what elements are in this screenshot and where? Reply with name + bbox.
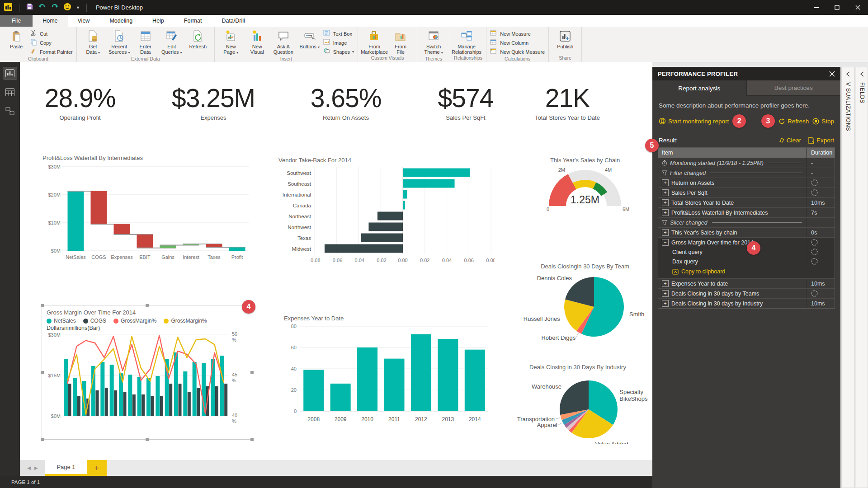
menu-tab-file[interactable]: File	[0, 15, 33, 27]
resize-handle[interactable]	[41, 371, 44, 374]
menu-tab-modeling[interactable]: Modeling	[99, 15, 142, 27]
column-header-item[interactable]: Item	[658, 150, 807, 156]
resize-handle[interactable]	[41, 304, 44, 307]
shapes-button[interactable]: Shapes▾	[323, 48, 354, 56]
redo-icon[interactable]	[51, 3, 59, 12]
menu-tab-help[interactable]: Help	[142, 15, 174, 27]
save-icon[interactable]	[26, 3, 33, 12]
new-visual-button[interactable]: New Visual	[245, 28, 270, 55]
clear-button[interactable]: Clear	[778, 137, 801, 144]
profiler-row[interactable]: Filter changed-	[658, 168, 835, 178]
quick-measure-button[interactable]: New Quick Measure	[490, 48, 545, 56]
profiler-row[interactable]: +Total Stores Year to Date10ms	[658, 197, 835, 207]
tab-report-analysis[interactable]: Report analysis	[652, 80, 746, 96]
minimize-button[interactable]	[806, 0, 826, 15]
maximize-button[interactable]	[826, 0, 847, 15]
profiler-row[interactable]: +Deals Closing in 30 days by Teams	[658, 288, 835, 298]
profiler-row[interactable]: Dax query	[658, 257, 835, 266]
profiler-row[interactable]: +This Year's Sales by chain0s	[658, 227, 835, 237]
fields-strip[interactable]: FIELDS	[856, 67, 868, 488]
undo-icon[interactable]	[38, 3, 46, 12]
from-file-button[interactable]: From File	[388, 28, 413, 55]
new-page-button[interactable]: New Page ▾	[218, 28, 244, 56]
expand-icon[interactable]: +	[662, 179, 669, 186]
menu-tab-format[interactable]: Format	[174, 15, 212, 27]
gauge-chart[interactable]: This Year's Sales by Chain1.25M2M4M06M	[531, 157, 639, 216]
resize-handle[interactable]	[250, 438, 254, 441]
refresh-button[interactable]: Refresh	[778, 118, 809, 125]
paste-button[interactable]: Paste	[4, 28, 29, 49]
buttons-button[interactable]: Buttons ▾	[297, 28, 322, 50]
resize-handle[interactable]	[146, 304, 149, 307]
recent-sources-button[interactable]: Recent Sources ▾	[107, 28, 132, 56]
marketplace-button[interactable]: From Marketplace	[362, 28, 387, 55]
ask-question-button[interactable]: Ask A Question	[271, 28, 296, 55]
profiler-row[interactable]: +Profit&Loss Waterfall By Intermediates7…	[658, 207, 835, 217]
add-page-button[interactable]: +	[87, 460, 107, 476]
new-column-button[interactable]: New Column	[490, 39, 545, 47]
kpi-card-total-stores-year-to-date[interactable]: 21KTotal Stores Year to Date	[500, 84, 635, 121]
resize-handle[interactable]	[146, 438, 149, 441]
profiler-row[interactable]: −Gross Margin Over time for 2014	[658, 238, 835, 247]
stop-button[interactable]: Stop	[812, 118, 834, 125]
column-chart[interactable]: Expenses Year to Date0204060802008200920…	[284, 315, 493, 432]
smiley-icon[interactable]	[63, 3, 71, 13]
collapse-icon[interactable]: −	[662, 239, 669, 246]
start-monitoring-button[interactable]: Start monitoring report	[659, 117, 729, 125]
pie-chart-team[interactable]: Deals Closingin 30 Days By TeamSmithRobe…	[519, 263, 651, 342]
copy-button[interactable]: Copy	[30, 39, 73, 47]
text-box-button[interactable]: Text Box	[323, 30, 354, 38]
pie-chart-industry[interactable]: Deals Closing in 30 Days By IndustrySpec…	[507, 364, 648, 446]
tab-best-practices[interactable]: Best practices	[746, 80, 841, 96]
profiler-row[interactable]: +Return on Assets	[658, 178, 835, 188]
combo-chart[interactable]: Gross Margin Over Time For 2014NetSalesC…	[42, 305, 252, 440]
profiler-row[interactable]: Slicer changed-	[658, 217, 835, 227]
publish-button[interactable]: Publish	[552, 28, 578, 49]
refresh-button[interactable]: Refresh	[185, 28, 211, 49]
menu-tab-home[interactable]: Home	[33, 15, 67, 27]
painter-button[interactable]: Format Painter	[30, 48, 73, 56]
image-button[interactable]: Image	[323, 39, 354, 47]
close-button[interactable]	[847, 0, 868, 15]
page-nav-arrows[interactable]: ◀▶	[20, 460, 45, 476]
column-header-duration[interactable]: Duration	[807, 148, 835, 158]
switch-theme-button[interactable]: Switch Theme ▾	[421, 28, 446, 56]
expand-icon[interactable]: +	[662, 290, 669, 297]
profiler-row[interactable]: Client query	[658, 247, 835, 257]
visualizations-strip[interactable]: VISUALIZATIONS	[841, 67, 855, 488]
enter-data-button[interactable]: Enter Data	[133, 28, 158, 55]
export-button[interactable]: Export	[808, 137, 834, 144]
report-canvas[interactable]: 28.9%Operating Profit$3.25MExpenses3.65%…	[20, 62, 652, 460]
kpi-card-operating-profit[interactable]: 28.9%Operating Profit	[20, 84, 148, 121]
profiler-row[interactable]: +Deals Closing in 30 days by Industry10m…	[658, 298, 835, 308]
data-view-button[interactable]	[3, 86, 17, 98]
menu-tab-view[interactable]: View	[68, 15, 100, 27]
expand-icon[interactable]: +	[662, 280, 669, 287]
quickbar-caret-icon[interactable]: ▼	[76, 5, 80, 10]
tornado-chart[interactable]: Vendor Take-Back For 2014-0.08-0.06-0.04…	[278, 157, 495, 272]
expand-icon[interactable]: +	[662, 209, 669, 216]
profiler-row[interactable]: Monitoring started (11/9/18 - 1:25PM)-	[658, 158, 835, 168]
copy-to-clipboard-button[interactable]: Copy to clipboard	[658, 266, 835, 278]
resize-handle[interactable]	[41, 438, 44, 441]
expand-icon[interactable]: +	[662, 300, 669, 307]
cut-button[interactable]: Cut	[30, 30, 73, 38]
page-tab[interactable]: Page 1	[45, 460, 87, 476]
edit-queries-button[interactable]: Edit Queries ▾	[159, 28, 184, 56]
report-view-button[interactable]	[3, 67, 17, 79]
expand-icon[interactable]: +	[662, 199, 669, 206]
profiler-row[interactable]: +Sales Per Sqft	[658, 188, 835, 197]
expand-icon[interactable]: +	[662, 229, 669, 236]
menu-tab-data-drill[interactable]: Data/Drill	[212, 15, 255, 27]
kpi-card-return-on-assets[interactable]: 3.65%Return On Assets	[278, 84, 414, 121]
profiler-row-group[interactable]: −Gross Margin Over time for 2014Client q…	[658, 237, 835, 278]
close-icon[interactable]	[829, 71, 835, 77]
get-data-button[interactable]: Get Data ▾	[80, 28, 106, 56]
resize-handle[interactable]	[250, 371, 254, 374]
kpi-card-expenses[interactable]: $3.25MExpenses	[146, 84, 281, 121]
profiler-row[interactable]: +Expenses Year to date10ms	[658, 278, 835, 288]
model-view-button[interactable]	[3, 105, 17, 117]
waterfall-chart[interactable]: Profit&Loss Waterfall By Intermediates$0…	[42, 155, 251, 268]
expand-icon[interactable]: +	[662, 189, 669, 196]
manage-relationships-button[interactable]: Manage Relationships	[454, 28, 479, 55]
